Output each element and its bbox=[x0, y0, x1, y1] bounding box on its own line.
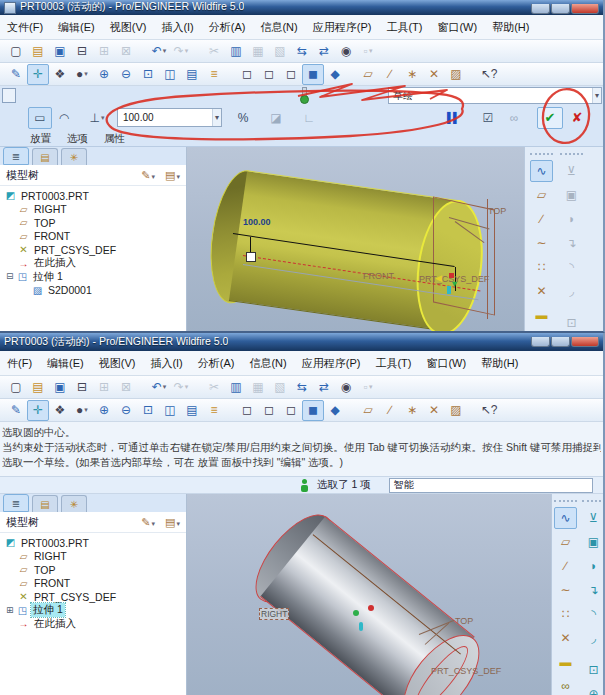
navigator-tab-model-tree[interactable]: ≣ bbox=[3, 147, 29, 165]
spin-center-icon[interactable]: ✛ bbox=[27, 64, 49, 85]
shaded-icon[interactable]: ◼ bbox=[302, 64, 324, 85]
paste-special-icon[interactable]: ▧ bbox=[269, 377, 291, 398]
paste-special-icon[interactable]: ▧ bbox=[269, 41, 291, 62]
menu-item[interactable]: 工具(T) bbox=[386, 20, 422, 35]
datum-curve-icon[interactable]: ∼ bbox=[554, 579, 577, 601]
datum-axis-icon[interactable]: ∕ bbox=[530, 208, 553, 230]
context-help-icon[interactable]: ↖? bbox=[478, 400, 500, 421]
tree-item-right[interactable]: ▱ RIGHT bbox=[0, 203, 186, 217]
apply-button[interactable]: ✔ bbox=[537, 107, 563, 129]
titlebar[interactable]: PRT0003 (活动的) - Pro/ENGINEER Wildfire 5.… bbox=[0, 0, 603, 15]
datum-plane-toggle[interactable]: ▱ bbox=[357, 400, 379, 421]
thicken-sketch-button[interactable]: ∟ bbox=[297, 107, 321, 129]
new-file-icon[interactable]: ▢ bbox=[5, 377, 27, 398]
minimize-button[interactable] bbox=[531, 4, 550, 14]
undo-icon[interactable]: ↶ bbox=[148, 377, 170, 398]
revolve-tool-icon[interactable]: ⊻ bbox=[582, 507, 603, 529]
csys-label[interactable]: PRT_CSYS_DEF bbox=[431, 666, 501, 676]
no-hidden-icon[interactable]: ◻ bbox=[280, 64, 302, 85]
drag-handle[interactable] bbox=[246, 252, 256, 262]
view-manager-icon[interactable]: ▤ bbox=[181, 64, 203, 85]
round-tool-icon[interactable]: ◝ bbox=[582, 603, 603, 625]
tree-item-csys[interactable]: ✕ PRT_CSYS_DEF bbox=[0, 243, 186, 257]
navigator-tab-model-tree[interactable]: ≣ bbox=[3, 494, 29, 512]
select-box-icon[interactable]: ▫ bbox=[357, 377, 379, 398]
pattern-tool-icon[interactable]: ⊕ bbox=[582, 683, 603, 695]
navigator-tab-folders[interactable]: ▤ bbox=[32, 495, 58, 512]
preview-toggle-checkbox[interactable]: ☑ bbox=[476, 107, 500, 129]
open-file-icon[interactable]: ▤ bbox=[27, 377, 49, 398]
save-icon[interactable]: ▣ bbox=[49, 41, 71, 62]
sweep-tool-icon[interactable]: ◗ bbox=[560, 208, 583, 230]
tree-item-prt0003[interactable]: ◩ PRT0003.PRT bbox=[0, 536, 186, 550]
save-icon[interactable]: ▣ bbox=[49, 377, 71, 398]
datum-csys-toggle[interactable]: ✕ bbox=[423, 400, 445, 421]
maximize-button[interactable] bbox=[551, 337, 570, 347]
tree-expand-toggle[interactable]: ⊞ bbox=[6, 606, 15, 615]
spin-center-icon[interactable]: ✛ bbox=[27, 400, 49, 421]
menu-item[interactable]: 应用程序(P) bbox=[302, 356, 361, 371]
tree-item-s2d0001[interactable]: ▨ S2D0001 bbox=[0, 284, 186, 298]
email-icon[interactable]: ⊠ bbox=[115, 41, 137, 62]
tab-options[interactable]: 选项 bbox=[67, 132, 88, 146]
datum-plane-toggle[interactable]: ▱ bbox=[357, 64, 379, 85]
chevron-down-icon[interactable]: ▾ bbox=[212, 109, 221, 126]
copy-icon[interactable]: ▥ bbox=[225, 377, 247, 398]
close-button[interactable] bbox=[571, 4, 599, 14]
paste-icon[interactable]: ▦ bbox=[247, 377, 269, 398]
tree-item-insert-here[interactable]: → 在此插入 bbox=[0, 617, 186, 631]
orient-mode-icon[interactable]: ❖ bbox=[49, 400, 71, 421]
tree-expand-toggle[interactable]: ⊟ bbox=[6, 272, 15, 281]
menu-item[interactable]: 分析(A) bbox=[209, 20, 246, 35]
datum-axis-toggle[interactable]: ∕ bbox=[379, 400, 401, 421]
tree-item-prt0003[interactable]: ◩ PRT0003.PRT bbox=[0, 189, 186, 203]
repaint-icon[interactable]: ✎ bbox=[5, 400, 27, 421]
open-file-icon[interactable]: ▤ bbox=[27, 41, 49, 62]
display-style-icon[interactable]: ● bbox=[71, 400, 93, 421]
annotation-pin-icon[interactable]: ◆ bbox=[324, 64, 346, 85]
tree-item-front[interactable]: ▱ FRONT bbox=[0, 230, 186, 244]
datum-label-top[interactable]: TOP bbox=[488, 206, 506, 216]
tab-placement[interactable]: 放置 bbox=[30, 132, 51, 146]
menu-item[interactable]: 插入(I) bbox=[161, 20, 193, 35]
dimension-value[interactable]: 100.00 bbox=[243, 217, 271, 227]
datum-label-top[interactable]: TOP bbox=[455, 616, 473, 626]
tree-item-front[interactable]: ▱ FRONT bbox=[0, 577, 186, 591]
annotation-toggle[interactable]: ▨ bbox=[445, 64, 467, 85]
datum-point-icon[interactable]: ∷ bbox=[554, 603, 577, 625]
undo-icon[interactable]: ↶ bbox=[148, 41, 170, 62]
email-icon[interactable]: ⊠ bbox=[115, 377, 137, 398]
surface-type-button[interactable]: ◠ bbox=[52, 107, 76, 129]
flip-direction-button[interactable]: % bbox=[231, 107, 255, 129]
refit-icon[interactable]: ⊡ bbox=[137, 400, 159, 421]
zoom-in-icon[interactable]: ⊕ bbox=[93, 400, 115, 421]
close-button[interactable] bbox=[571, 337, 599, 347]
menu-item[interactable]: 窗口(W) bbox=[437, 20, 477, 35]
context-help-icon[interactable]: ↖? bbox=[478, 64, 500, 85]
no-hidden-icon[interactable]: ◻ bbox=[280, 400, 302, 421]
3d-viewport[interactable]: 100.00 TOP FRONT PRT_CSYS_DEF ◀ ▼ bbox=[187, 147, 524, 333]
copy-icon[interactable]: ▥ bbox=[225, 41, 247, 62]
tree-columns-icon[interactable]: ▤ bbox=[165, 169, 180, 182]
tree-item-csys[interactable]: ✕ PRT_CSYS_DEF bbox=[0, 590, 186, 604]
selection-filter-combo[interactable]: 智能 bbox=[389, 478, 593, 493]
datum-csys-toggle[interactable]: ✕ bbox=[423, 64, 445, 85]
analysis-ruler-icon[interactable]: ▬ bbox=[554, 651, 577, 673]
depth-value-combo[interactable]: 100.00 ▾ bbox=[117, 108, 222, 127]
menu-item[interactable]: 编辑(E) bbox=[47, 356, 84, 371]
chain-link-icon[interactable]: ∞ bbox=[554, 675, 577, 695]
tree-item-top[interactable]: ▱ TOP bbox=[0, 216, 186, 230]
print-icon[interactable]: ⊟ bbox=[71, 377, 93, 398]
shaded-icon[interactable]: ◼ bbox=[302, 400, 324, 421]
menu-item[interactable]: 工具(T) bbox=[375, 356, 411, 371]
chamfer-tool-icon[interactable]: ◞ bbox=[582, 627, 603, 649]
graph-tool-icon[interactable]: ∿ bbox=[554, 507, 577, 529]
print-setup-icon[interactable]: ⊞ bbox=[93, 41, 115, 62]
sketch-combo[interactable]: 草绘 ▾ bbox=[388, 87, 602, 104]
hidden-line-icon[interactable]: ◻ bbox=[258, 64, 280, 85]
solid-type-button[interactable]: ▭ bbox=[28, 107, 52, 129]
layers-icon[interactable]: ≡ bbox=[203, 64, 225, 85]
print-setup-icon[interactable]: ⊞ bbox=[93, 377, 115, 398]
remove-material-button[interactable]: ◪ bbox=[264, 107, 288, 129]
maximize-button[interactable] bbox=[551, 4, 570, 14]
